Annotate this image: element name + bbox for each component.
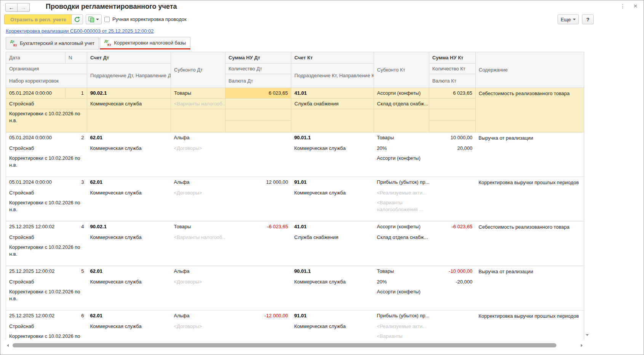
cell-subconto-kt-2[interactable]: <Реализуемые акти... — [374, 321, 429, 332]
cell-subconto-kt-3[interactable]: <Варианты налогообложения ... — [374, 332, 429, 340]
cell-subconto-kt-3[interactable]: Ассорти (конфеты) — [374, 287, 429, 310]
cell-subconto-kt-1[interactable]: Прибыль (убыток) пр... — [374, 310, 429, 321]
cell-organization[interactable]: Стройснаб — [6, 321, 87, 332]
source-document-link[interactable]: Корректировка реализации СБ00-000003 от … — [6, 28, 154, 34]
cell-quantity-kt[interactable]: 20,000 — [429, 143, 476, 154]
cell-subconto-dt-3[interactable] — [171, 332, 225, 340]
manual-adjustment-checkbox[interactable] — [104, 17, 110, 22]
cell-subconto-kt-2[interactable]: Склад отдела снабж... — [374, 99, 429, 109]
cell-department-kt[interactable]: Коммерческая служба — [291, 277, 374, 287]
cell-sum-nu-kt[interactable]: -10 000,00 — [429, 266, 476, 277]
reflect-in-accounting-button[interactable]: Отразить в регл. учете — [4, 14, 72, 24]
cell-n[interactable]: 5 — [66, 266, 87, 277]
cell-currency-dt[interactable] — [225, 154, 291, 177]
cell-n[interactable]: 4 — [66, 221, 87, 232]
cell-subconto-kt-2[interactable]: <Реализуемые акти... — [374, 188, 429, 198]
cell-subconto-kt-1[interactable]: Прибыль (убыток) пр... — [374, 177, 429, 188]
cell-quantity-dt[interactable] — [225, 277, 291, 287]
cell-sum-nu-dt[interactable]: -6 023,65 — [225, 221, 291, 232]
cell-subconto-dt-3[interactable] — [171, 109, 225, 132]
cell-currency-kt[interactable] — [429, 332, 476, 340]
cell-adjustment-set[interactable]: Корректировки с 10.02.2026 по н.в. — [6, 154, 87, 177]
cell-department-dt[interactable]: Коммерческая служба — [87, 277, 171, 287]
cell-quantity-kt[interactable]: -20,000 — [429, 277, 476, 287]
cell-department-kt[interactable]: Служба снабжения — [291, 232, 374, 243]
scroll-left-icon[interactable] — [7, 344, 9, 347]
cell-currency-dt[interactable] — [225, 198, 291, 221]
cell-account-dt[interactable]: 62.01 — [87, 177, 171, 188]
tab-accounting-and-tax[interactable]: ДтКт Бухгалтерский и налоговый учет — [6, 37, 99, 49]
cell-n[interactable]: 1 — [66, 88, 87, 99]
cell-account-dt[interactable]: 62.01 — [87, 266, 171, 277]
cell-currency-dt[interactable] — [225, 243, 291, 266]
cell-n[interactable]: 6 — [66, 310, 87, 321]
cell-direction-kt[interactable] — [291, 243, 374, 266]
cell-content[interactable]: Себестоимость реализованного товара — [476, 88, 584, 132]
cell-department-dt[interactable]: Коммерческая служба — [87, 188, 171, 198]
cell-sum-nu-kt[interactable] — [429, 177, 476, 188]
forward-button[interactable]: → — [18, 3, 30, 12]
close-icon[interactable]: × — [633, 2, 638, 10]
horizontal-scrollbar[interactable] — [6, 342, 584, 349]
cell-department-dt[interactable]: Коммерческая служба — [87, 143, 171, 154]
cell-quantity-kt[interactable] — [429, 232, 476, 243]
cell-department-kt[interactable]: Коммерческая служба — [291, 321, 374, 332]
cell-direction-dt[interactable] — [87, 287, 171, 310]
cell-currency-kt[interactable] — [429, 243, 476, 266]
tab-tax-base-adjustments[interactable]: ДтКт Корректировки налоговой базы — [100, 37, 190, 49]
cell-department-kt[interactable]: Служба снабжения — [291, 99, 374, 109]
cell-currency-dt[interactable] — [225, 109, 291, 132]
cell-subconto-dt-2[interactable]: <Договоры> — [171, 277, 225, 287]
cell-account-dt[interactable]: 62.01 — [87, 132, 171, 143]
cell-date[interactable]: 05.01.2024 0:00:00 — [6, 177, 66, 188]
cell-sum-nu-kt[interactable]: -6 023,65 — [429, 221, 476, 232]
cell-currency-kt[interactable] — [429, 287, 476, 310]
cell-n[interactable]: 3 — [66, 177, 87, 188]
cell-subconto-dt-2[interactable]: <Варианты налогооб... — [171, 99, 225, 109]
cell-subconto-kt-2[interactable]: 20% — [374, 277, 429, 287]
cell-department-dt[interactable]: Коммерческая служба — [87, 232, 171, 243]
cell-quantity-dt[interactable] — [225, 188, 291, 198]
cell-organization[interactable]: Стройснаб — [6, 232, 87, 243]
cell-subconto-dt-1[interactable]: Альфа — [171, 310, 225, 321]
cell-account-kt[interactable]: 90.01.1 — [291, 132, 374, 143]
cell-n[interactable]: 2 — [66, 132, 87, 143]
cell-subconto-dt-1[interactable]: Товары — [171, 88, 225, 99]
cell-subconto-kt-2[interactable]: 20% — [374, 143, 429, 154]
cell-direction-dt[interactable] — [87, 243, 171, 266]
cell-department-kt[interactable]: Коммерческая служба — [291, 143, 374, 154]
cell-content[interactable]: Корректировка выручки прошлых периодов — [476, 310, 584, 340]
cell-subconto-dt-2[interactable]: <Варианты налогооб... — [171, 232, 225, 243]
cell-subconto-dt-1[interactable]: Альфа — [171, 177, 225, 188]
cell-adjustment-set[interactable]: Корректировки с 10.02.2026 по н.в. — [6, 287, 87, 310]
cell-sum-nu-kt[interactable] — [429, 310, 476, 321]
help-button[interactable]: ? — [582, 14, 594, 24]
cell-organization[interactable]: Стройснаб — [6, 277, 87, 287]
cell-subconto-dt-2[interactable]: <Договоры> — [171, 188, 225, 198]
cell-subconto-dt-3[interactable] — [171, 287, 225, 310]
cell-direction-kt[interactable] — [291, 154, 374, 177]
scroll-right-icon[interactable] — [581, 344, 583, 347]
cell-direction-dt[interactable] — [87, 154, 171, 177]
cell-account-dt[interactable]: 90.02.1 — [87, 88, 171, 99]
cell-direction-dt[interactable] — [87, 198, 171, 221]
cell-subconto-dt-2[interactable]: <Договоры> — [171, 143, 225, 154]
cell-subconto-kt-1[interactable]: Товары — [374, 266, 429, 277]
cell-direction-kt[interactable] — [291, 109, 374, 132]
cell-account-dt[interactable]: 62.01 — [87, 310, 171, 321]
cell-quantity-kt[interactable] — [429, 99, 476, 109]
cell-account-kt[interactable]: 90.01.1 — [291, 266, 374, 277]
cell-account-dt[interactable]: 90.02.1 — [87, 221, 171, 232]
cell-adjustment-set[interactable]: Корректировки с 10.02.2026 по н.в. — [6, 109, 87, 132]
cell-quantity-dt[interactable] — [225, 143, 291, 154]
cell-subconto-dt-3[interactable] — [171, 243, 225, 266]
cell-sum-nu-dt[interactable] — [225, 132, 291, 143]
refresh-button[interactable] — [71, 14, 83, 24]
cell-account-kt[interactable]: 41.01 — [291, 88, 374, 99]
cell-currency-dt[interactable] — [225, 332, 291, 340]
cell-currency-kt[interactable] — [429, 109, 476, 132]
cell-subconto-kt-1[interactable]: Ассорти (конфеты) — [374, 88, 429, 99]
cell-date[interactable]: 05.01.2024 0:00:00 — [6, 132, 66, 143]
cell-account-kt[interactable]: 91.01 — [291, 310, 374, 321]
cell-content[interactable]: Корректировка выручки прошлых периодов — [476, 177, 584, 221]
